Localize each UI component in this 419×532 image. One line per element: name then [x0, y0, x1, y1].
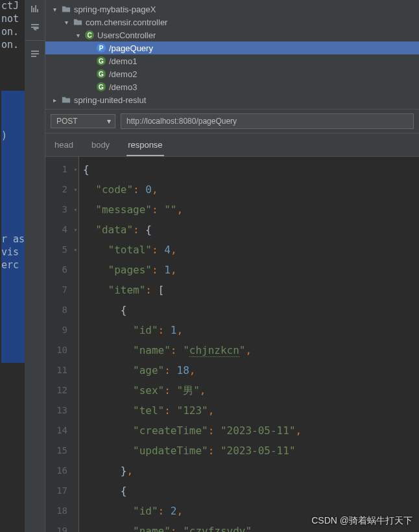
chevron-icon: ▾: [62, 19, 70, 26]
tree-label: /pageQuery: [109, 43, 153, 53]
tree-label: spring-united-reslut: [74, 95, 146, 105]
tree-label: com.chensir.controller: [86, 17, 167, 27]
tree-item[interactable]: ▸spring-united-reslut: [45, 93, 419, 106]
class-icon: C: [84, 30, 95, 40]
tree-item[interactable]: G/demo2: [45, 67, 419, 80]
gutter: 12345678910111213141516171819: [45, 157, 73, 532]
chevron-icon: ▸: [51, 97, 58, 104]
tree-label: /demo3: [109, 82, 137, 92]
folder-icon: [61, 4, 71, 14]
soft-wrap-icon[interactable]: [30, 49, 40, 59]
wrap-icon[interactable]: [30, 22, 40, 32]
method-select[interactable]: POST: [51, 114, 115, 128]
tree-item[interactable]: G/demo1: [45, 54, 419, 67]
get-icon: G: [96, 56, 106, 66]
tree-item[interactable]: G/demo3: [45, 80, 419, 93]
tab-response[interactable]: response: [126, 137, 163, 156]
tree-item[interactable]: ▾com.chensir.controller: [45, 16, 419, 29]
bars-icon[interactable]: [30, 4, 40, 14]
endpoints-tree: ▾spring-mybatis-pageX▾com.chensir.contro…: [45, 0, 419, 109]
url-input[interactable]: [121, 113, 414, 129]
tool-sidebar: [25, 0, 45, 532]
request-bar: POST: [45, 109, 419, 133]
folder-icon: [61, 95, 71, 105]
fold-column: ▾ ▾ ▾▾ ▾: [73, 157, 79, 532]
tree-label: /demo2: [109, 69, 137, 79]
post-icon: P: [96, 43, 106, 53]
folder-icon: [73, 17, 83, 27]
response-editor: 12345678910111213141516171819 ▾ ▾ ▾▾ ▾ {…: [45, 157, 419, 532]
chevron-icon: ▾: [74, 32, 82, 39]
tree-label: spring-mybatis-pageX: [74, 5, 156, 14]
tab-head[interactable]: head: [53, 137, 75, 156]
tree-label: /demo1: [109, 56, 137, 66]
get-icon: G: [96, 82, 106, 92]
tree-label: UsersController: [97, 30, 156, 40]
tree-item[interactable]: ▾CUsersController: [45, 29, 419, 41]
tree-item[interactable]: ▾spring-mybatis-pageX: [45, 3, 419, 16]
chevron-icon: ▾: [51, 6, 58, 13]
tree-item[interactable]: P/pageQuery: [45, 41, 419, 54]
tab-body[interactable]: body: [90, 137, 111, 156]
get-icon: G: [96, 69, 106, 79]
tabs: head body response: [45, 133, 419, 157]
code-body[interactable]: { "code": 0, "message": "", "data": { "t…: [79, 157, 419, 532]
